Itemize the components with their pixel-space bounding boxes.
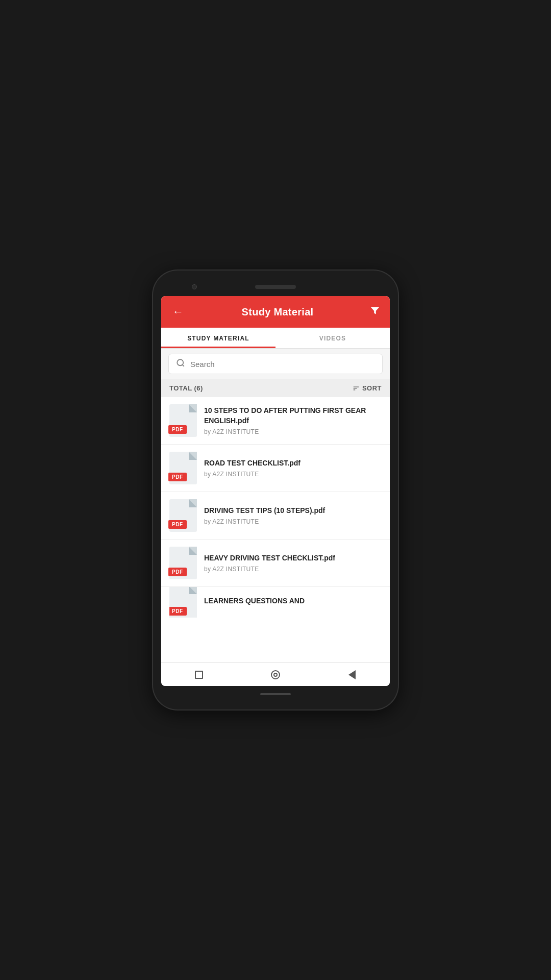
pdf-icon-3: PDF xyxy=(169,547,197,579)
home-indicator xyxy=(260,693,291,695)
nav-circle-inner-icon xyxy=(273,673,278,677)
tab-study-material[interactable]: STUDY MATERIAL xyxy=(161,328,276,348)
file-author-0: by A2Z INSTITUTE xyxy=(204,428,382,435)
file-info-0: 10 STEPS TO DO AFTER PUTTING FIRST GEAR … xyxy=(204,406,382,435)
file-info-3: HEAVY DRIVING TEST CHECKLIST.pdf by A2Z … xyxy=(204,553,382,573)
phone-shell: ← Study Material STUDY MATERIAL VIDEOS xyxy=(153,271,398,709)
phone-screen: ← Study Material STUDY MATERIAL VIDEOS xyxy=(161,296,390,686)
back-button[interactable]: ← xyxy=(170,303,186,321)
total-label: TOTAL (6) xyxy=(169,384,203,392)
phone-top-bar xyxy=(161,280,390,294)
pdf-icon-4: PDF xyxy=(169,587,197,618)
file-author-3: by A2Z INSTITUTE xyxy=(204,566,382,573)
file-list: PDF 10 STEPS TO DO AFTER PUTTING FIRST G… xyxy=(161,397,390,663)
phone-camera xyxy=(192,284,197,289)
pdf-badge-2: PDF xyxy=(168,520,187,529)
nav-square-icon xyxy=(195,671,203,679)
nav-recent-button[interactable] xyxy=(194,670,204,680)
nav-back-button[interactable] xyxy=(347,670,357,680)
svg-line-1 xyxy=(182,364,184,366)
search-icon xyxy=(176,358,185,370)
file-title-2: DRIVING TEST TIPS (10 STEPS).pdf xyxy=(204,506,382,516)
app-header: ← Study Material xyxy=(161,296,390,328)
nav-back-arrow-icon xyxy=(348,670,356,679)
pdf-badge-0: PDF xyxy=(168,425,187,434)
nav-home-button[interactable] xyxy=(269,669,282,681)
file-info-2: DRIVING TEST TIPS (10 STEPS).pdf by A2Z … xyxy=(204,506,382,525)
search-input[interactable] xyxy=(190,360,375,369)
tabs-bar: STUDY MATERIAL VIDEOS xyxy=(161,328,390,349)
pdf-badge-3: PDF xyxy=(168,568,187,576)
filter-button[interactable] xyxy=(369,305,381,319)
file-info-4: LEARNERS QUESTIONS AND xyxy=(204,596,382,608)
search-box xyxy=(168,354,383,374)
sort-label: SORT xyxy=(362,384,382,392)
pdf-badge-4: PDF xyxy=(169,607,187,616)
file-author-2: by A2Z INSTITUTE xyxy=(204,518,382,525)
pdf-icon-2: PDF xyxy=(169,499,197,532)
list-item[interactable]: PDF 10 STEPS TO DO AFTER PUTTING FIRST G… xyxy=(161,397,390,445)
list-item[interactable]: PDF LEARNERS QUESTIONS AND xyxy=(161,587,390,618)
pdf-icon-0: PDF xyxy=(169,404,197,437)
file-author-1: by A2Z INSTITUTE xyxy=(204,471,382,478)
pdf-badge-1: PDF xyxy=(168,473,187,481)
file-title-4: LEARNERS QUESTIONS AND xyxy=(204,596,382,606)
list-item[interactable]: PDF DRIVING TEST TIPS (10 STEPS).pdf by … xyxy=(161,492,390,540)
file-title-0: 10 STEPS TO DO AFTER PUTTING FIRST GEAR … xyxy=(204,406,382,426)
page-title: Study Material xyxy=(242,306,314,318)
pdf-icon-1: PDF xyxy=(169,452,197,484)
sort-button[interactable]: SORT xyxy=(353,384,382,392)
phone-speaker xyxy=(255,285,296,289)
file-title-3: HEAVY DRIVING TEST CHECKLIST.pdf xyxy=(204,553,382,564)
file-title-1: ROAD TEST CHECKLIST.pdf xyxy=(204,458,382,469)
search-container xyxy=(161,349,390,379)
list-item[interactable]: PDF HEAVY DRIVING TEST CHECKLIST.pdf by … xyxy=(161,540,390,587)
tab-videos[interactable]: VIDEOS xyxy=(276,328,390,348)
file-info-1: ROAD TEST CHECKLIST.pdf by A2Z INSTITUTE xyxy=(204,458,382,478)
list-meta-row: TOTAL (6) SORT xyxy=(161,379,390,397)
list-item[interactable]: PDF ROAD TEST CHECKLIST.pdf by A2Z INSTI… xyxy=(161,445,390,492)
phone-bottom-bar xyxy=(161,688,390,700)
bottom-nav xyxy=(161,663,390,686)
svg-point-0 xyxy=(177,359,183,365)
